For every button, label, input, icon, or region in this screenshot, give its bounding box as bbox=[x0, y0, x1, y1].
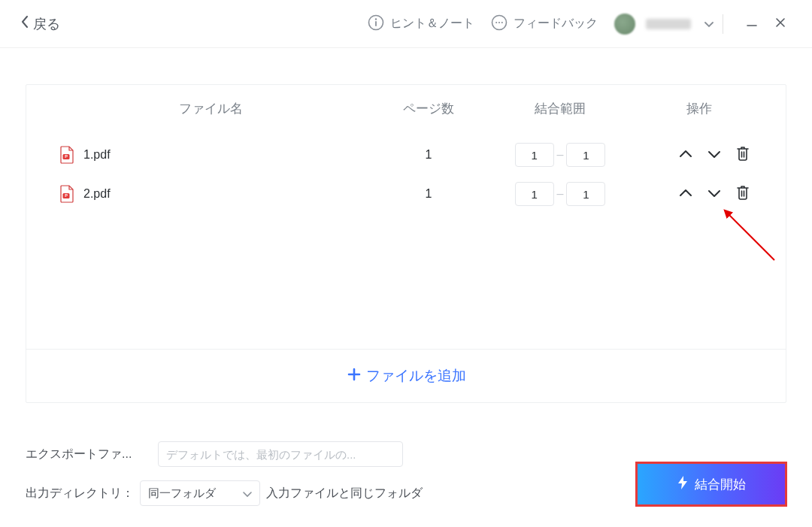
user-menu[interactable] bbox=[614, 14, 714, 35]
svg-text:P: P bbox=[65, 154, 68, 159]
back-label: 戻る bbox=[33, 15, 60, 33]
start-merge-label: 結合開始 bbox=[695, 476, 746, 493]
page-count: 1 bbox=[372, 148, 485, 162]
chat-icon bbox=[491, 14, 508, 34]
svg-point-6 bbox=[501, 21, 503, 23]
separator bbox=[723, 14, 723, 34]
file-name: 1.pdf bbox=[83, 148, 111, 162]
chevron-up-icon bbox=[679, 148, 692, 162]
add-file-button[interactable]: ファイルを追加 bbox=[26, 349, 786, 402]
hint-notes-label: ヒント＆ノート bbox=[390, 16, 474, 32]
minimize-button[interactable] bbox=[741, 14, 762, 35]
svg-rect-2 bbox=[375, 21, 377, 26]
trash-icon bbox=[735, 145, 750, 165]
trash-icon bbox=[735, 184, 750, 204]
outdir-suffix: 入力ファイルと同じフォルダ bbox=[266, 486, 423, 501]
feedback-label: フィードバック bbox=[514, 16, 598, 32]
svg-point-4 bbox=[495, 21, 497, 23]
hint-notes-button[interactable]: ヒント＆ノート bbox=[368, 14, 474, 34]
close-icon bbox=[774, 17, 786, 32]
table-row: P 2.pdf 1 – bbox=[26, 174, 786, 214]
plus-icon bbox=[347, 367, 362, 386]
delete-button[interactable] bbox=[734, 146, 752, 164]
pdf-icon: P bbox=[59, 146, 74, 164]
header-filename: ファイル名 bbox=[49, 100, 372, 117]
main-content: ファイル名 ページ数 結合範囲 操作 P 1.pdf 1 – bbox=[0, 48, 812, 403]
range-cell: – bbox=[485, 182, 635, 206]
svg-point-5 bbox=[498, 21, 500, 23]
move-up-button[interactable] bbox=[677, 146, 695, 164]
range-dash: – bbox=[557, 187, 564, 201]
feedback-button[interactable]: フィードバック bbox=[491, 14, 598, 34]
table-row: P 1.pdf 1 – bbox=[26, 135, 786, 174]
ops-cell bbox=[635, 146, 763, 164]
range-dash: – bbox=[557, 148, 564, 162]
move-down-button[interactable] bbox=[705, 185, 723, 203]
range-to-input[interactable] bbox=[566, 143, 605, 167]
file-name: 2.pdf bbox=[83, 187, 111, 201]
range-to-input[interactable] bbox=[566, 182, 605, 206]
delete-button[interactable] bbox=[734, 185, 752, 203]
back-button[interactable]: 戻る bbox=[21, 15, 60, 33]
close-button[interactable] bbox=[770, 14, 791, 35]
move-up-button[interactable] bbox=[677, 185, 695, 203]
range-from-input[interactable] bbox=[515, 143, 554, 167]
header-range: 結合範囲 bbox=[485, 100, 635, 117]
titlebar: 戻る ヒント＆ノート フィードバック bbox=[0, 0, 812, 48]
minimize-icon bbox=[746, 17, 758, 32]
svg-text:P: P bbox=[65, 193, 68, 198]
chevron-left-icon bbox=[21, 16, 29, 32]
export-name-input[interactable] bbox=[158, 441, 403, 467]
page-count: 1 bbox=[372, 187, 485, 201]
chevron-down-icon bbox=[707, 148, 721, 162]
header-ops: 操作 bbox=[635, 100, 763, 117]
chevron-down-icon bbox=[243, 487, 252, 500]
file-cell: P 2.pdf bbox=[49, 185, 372, 203]
header-pages: ページ数 bbox=[372, 100, 485, 117]
outdir-select[interactable]: 同一フォルダ bbox=[140, 480, 260, 506]
range-from-input[interactable] bbox=[515, 182, 554, 206]
avatar bbox=[614, 14, 635, 35]
info-icon bbox=[368, 14, 384, 34]
outdir-select-value: 同一フォルダ bbox=[148, 486, 216, 501]
table-header: ファイル名 ページ数 結合範囲 操作 bbox=[26, 85, 786, 135]
file-cell: P 1.pdf bbox=[49, 146, 372, 164]
ops-cell bbox=[635, 185, 763, 203]
outdir-label: 出力ディレクトリ： bbox=[26, 486, 134, 501]
chevron-up-icon bbox=[679, 187, 692, 201]
range-cell: – bbox=[485, 143, 635, 167]
chevron-down-icon bbox=[707, 187, 721, 201]
pdf-icon: P bbox=[59, 185, 74, 203]
add-file-label: ファイルを追加 bbox=[366, 366, 466, 386]
move-down-button[interactable] bbox=[705, 146, 723, 164]
export-name-label: エクスポートファ... bbox=[26, 447, 152, 462]
svg-point-1 bbox=[375, 18, 377, 20]
chevron-down-icon bbox=[704, 17, 714, 31]
bolt-icon bbox=[677, 475, 689, 494]
file-panel: ファイル名 ページ数 結合範囲 操作 P 1.pdf 1 – bbox=[26, 84, 786, 403]
user-name-blurred bbox=[646, 19, 691, 29]
start-merge-button[interactable]: 結合開始 bbox=[636, 462, 786, 506]
